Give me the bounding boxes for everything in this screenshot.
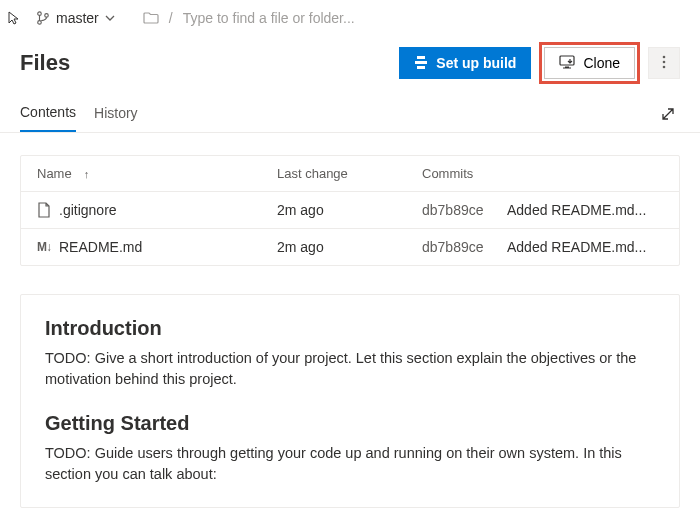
- readme-heading-intro: Introduction: [45, 317, 655, 340]
- file-name: README.md: [59, 239, 142, 255]
- svg-point-2: [45, 14, 49, 18]
- table-row[interactable]: M↓ README.md 2m ago db7b89ce Added READM…: [21, 229, 679, 265]
- commit-message[interactable]: Added README.md...: [507, 239, 663, 255]
- readme-paragraph: TODO: Guide users through getting your c…: [45, 443, 655, 485]
- svg-point-1: [38, 21, 42, 25]
- svg-point-0: [38, 12, 42, 16]
- commit-hash[interactable]: db7b89ce: [422, 239, 507, 255]
- top-bar: master / Type to find a file or folder..…: [0, 0, 700, 36]
- more-actions-button[interactable]: [648, 47, 680, 79]
- svg-point-5: [663, 60, 666, 63]
- folder-icon[interactable]: [143, 11, 159, 25]
- branch-icon: [36, 11, 50, 25]
- readme-preview: Introduction TODO: Give a short introduc…: [20, 294, 680, 508]
- file-search-input[interactable]: Type to find a file or folder...: [183, 10, 682, 26]
- clone-button[interactable]: Clone: [544, 47, 635, 79]
- svg-point-6: [663, 65, 666, 68]
- svg-rect-3: [560, 56, 574, 65]
- path-separator: /: [169, 10, 173, 26]
- setup-build-button[interactable]: Set up build: [399, 47, 531, 79]
- file-icon: [37, 202, 51, 218]
- readme-paragraph: TODO: Give a short introduction of your …: [45, 348, 655, 390]
- file-lastchange: 2m ago: [277, 239, 422, 255]
- cursor-icon: [8, 11, 22, 25]
- clone-label: Clone: [583, 55, 620, 71]
- header-row: Files Set up build Clone: [0, 36, 700, 88]
- branch-selector[interactable]: master: [32, 8, 119, 28]
- commit-message[interactable]: Added README.md...: [507, 202, 663, 218]
- file-table: Name ↑ Last change Commits .gitignore 2m…: [20, 155, 680, 266]
- clone-callout-highlight: Clone: [539, 42, 640, 84]
- readme-heading-getting-started: Getting Started: [45, 412, 655, 435]
- tab-contents[interactable]: Contents: [20, 98, 76, 132]
- svg-point-4: [663, 55, 666, 58]
- page-title: Files: [20, 50, 399, 76]
- table-row[interactable]: .gitignore 2m ago db7b89ce Added README.…: [21, 192, 679, 229]
- commit-hash[interactable]: db7b89ce: [422, 202, 507, 218]
- table-header-row: Name ↑ Last change Commits: [21, 156, 679, 192]
- setup-build-label: Set up build: [436, 55, 516, 71]
- branch-name: master: [56, 10, 99, 26]
- col-header-lastchange[interactable]: Last change: [277, 166, 422, 181]
- tabs-bar: Contents History: [0, 88, 700, 133]
- col-header-name[interactable]: Name ↑: [37, 166, 277, 181]
- clone-icon: [559, 55, 575, 72]
- col-header-commits[interactable]: Commits: [422, 166, 507, 181]
- expand-icon[interactable]: [656, 102, 680, 129]
- markdown-icon: M↓: [37, 240, 51, 254]
- chevron-down-icon: [105, 13, 115, 23]
- file-lastchange: 2m ago: [277, 202, 422, 218]
- build-icon: [414, 55, 428, 72]
- tab-history[interactable]: History: [94, 99, 138, 131]
- sort-asc-icon: ↑: [84, 168, 90, 180]
- file-name: .gitignore: [59, 202, 117, 218]
- kebab-icon: [662, 55, 666, 72]
